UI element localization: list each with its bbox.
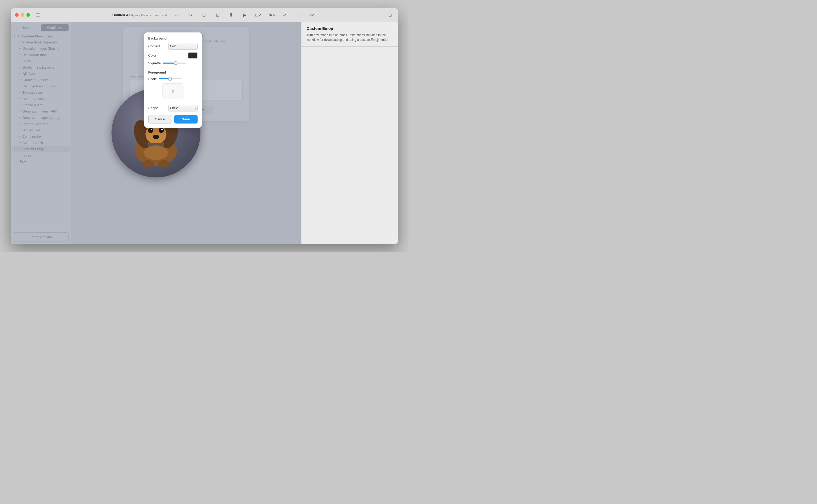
close-button[interactable] [15, 13, 19, 17]
right-panel-top: Custom Emoji Turn any image into an emoj… [301, 22, 398, 47]
panel-cancel-button[interactable]: Cancel [148, 115, 172, 124]
foreground-section-title: Foreground [148, 71, 198, 74]
background-section-title: Background [148, 37, 198, 40]
vignette-slider-thumb[interactable] [174, 61, 177, 65]
window-subtitle: Odyssey Docume... — Edited [129, 14, 167, 17]
content-select[interactable]: Color Image Gradient [168, 43, 198, 50]
more-button[interactable]: >> [308, 11, 316, 19]
scale-label: Scale [148, 77, 157, 81]
right-panel: Custom Emoji Turn any image into an emoj… [301, 22, 398, 244]
vignette-slider-container [163, 63, 198, 64]
shape-row: Shape Circle Square Rounded Square ⌄ [148, 105, 198, 111]
svg-point-13 [144, 145, 168, 160]
window-title: Untitled 4 [113, 13, 128, 17]
color-label: Color [148, 53, 156, 57]
minimize-button[interactable] [21, 13, 24, 17]
shape-label: Shape [148, 106, 158, 110]
scale-slider-thumb[interactable] [168, 77, 172, 81]
title-bar: ☰ Untitled 4 Odyssey Docume... — Edited … [11, 8, 398, 22]
content-select-wrapper: Color Image Gradient ⌄ [168, 43, 198, 50]
content-label: Content [148, 44, 160, 48]
layout-toggle-button[interactable]: ⊡ [387, 11, 394, 19]
scale-slider[interactable] [159, 78, 182, 79]
bg-panel-footer: Cancel Save [148, 115, 198, 124]
main-content: Nodes Workflows ▼ ✦ Custom Workflows ✦ P… [11, 22, 398, 244]
vignette-slider[interactable] [163, 63, 186, 64]
right-panel-description: Turn any image into an emoji. Instructio… [307, 33, 393, 42]
share-button[interactable]: □↗ [255, 11, 262, 19]
fg-position-dot[interactable] [172, 90, 174, 93]
color-swatch[interactable] [188, 52, 198, 59]
svg-point-8 [161, 129, 163, 130]
title-bar-center: Untitled 4 Odyssey Docume... — Edited ↩ … [42, 11, 387, 19]
share2-button[interactable]: ↑ [295, 11, 302, 19]
redo-button[interactable]: ↪ [187, 11, 194, 19]
copy-button[interactable]: ⊡ [200, 11, 208, 19]
color-row: Color [148, 52, 198, 59]
svg-point-12 [158, 160, 170, 167]
emoji-overlay: Background Content Color Image Gradient … [11, 22, 301, 244]
vignette-row: Vignette [148, 61, 198, 65]
panel-save-button[interactable]: Save [174, 115, 198, 124]
window-title-group: Untitled 4 Odyssey Docume... — Edited [113, 13, 167, 17]
traffic-lights [15, 13, 30, 17]
divider2 [148, 102, 198, 102]
scale-slider-container [159, 78, 197, 79]
content-row: Content Color Image Gradient ⌄ [148, 43, 198, 50]
paste-button[interactable]: ⊟ [214, 11, 221, 19]
divider [148, 68, 198, 68]
shape-select-wrapper: Circle Square Rounded Square ⌄ [168, 105, 198, 111]
play-button[interactable]: ▶ [241, 11, 248, 19]
svg-point-11 [142, 160, 154, 167]
maximize-button[interactable] [26, 13, 30, 17]
undo-button[interactable]: ↩ [173, 11, 180, 19]
center-area: Save As Workflow Customize your workflow… [71, 22, 301, 244]
zoom-indicator: 15% [268, 13, 275, 17]
scale-row: Scale [148, 77, 198, 81]
delete-button[interactable]: 🗑 [227, 11, 235, 19]
vignette-label: Vignette [148, 61, 161, 65]
shape-select[interactable]: Circle Square Rounded Square [168, 105, 198, 111]
app-window: ☰ Untitled 4 Odyssey Docume... — Edited … [11, 8, 398, 244]
svg-point-6 [159, 128, 164, 133]
fg-position-box[interactable] [163, 83, 183, 99]
bg-settings-panel: Background Content Color Image Gradient … [144, 32, 202, 128]
sidebar-toggle-button[interactable]: ☰ [34, 11, 42, 19]
right-panel-title: Custom Emoji [307, 26, 393, 31]
svg-point-5 [148, 128, 153, 133]
svg-point-9 [153, 135, 159, 139]
fullscreen-button[interactable]: ⤢ [281, 11, 288, 19]
svg-point-7 [151, 129, 152, 130]
